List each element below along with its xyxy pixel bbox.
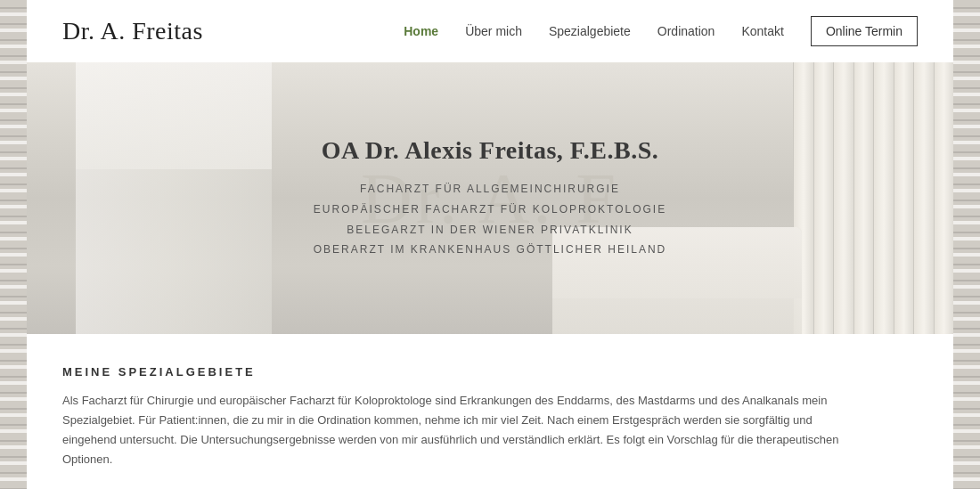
nav-item-home[interactable]: Home (404, 24, 438, 38)
hero-subtitle-line-1: FACHARZT FÜR ALLGEMEINCHIRURGIE (314, 179, 667, 200)
right-border (953, 0, 980, 489)
section-title: MEINE SPEZIALGEBIETE (62, 365, 918, 379)
header: Dr. A. Freitas Home Über mich Spezialgeb… (27, 0, 953, 62)
hero-subtitle-line-3: BELEGARZT IN DER WIENER PRIVATKLINIK (314, 220, 667, 240)
hero-doctor-name: OA Dr. Alexis Freitas, F.E.B.S. (314, 136, 667, 165)
blind-slat (853, 62, 874, 334)
hero-subtitle-line-4: OBERARZT IM KRANKENHAUS GÖTTLICHER HEILA… (314, 240, 667, 260)
nav-item-kontakt[interactable]: Kontakt (741, 24, 783, 38)
blind-slat (833, 62, 853, 334)
hero-blinds (793, 62, 953, 334)
blind-slat (913, 62, 934, 334)
content-section: MEINE SPEZIALGEBIETE Als Facharzt für Ch… (27, 334, 953, 489)
nav-item-spezialgebiete[interactable]: Spezialgebiete (549, 24, 631, 38)
site-title: Dr. A. Freitas (62, 17, 203, 45)
nav-item-uber-mich[interactable]: Über mich (465, 24, 522, 38)
blind-slat (873, 62, 894, 334)
left-border (0, 0, 27, 489)
hero-content: OA Dr. Alexis Freitas, F.E.B.S. FACHARZT… (296, 118, 685, 278)
page-wrapper: Dr. A. Freitas Home Über mich Spezialgeb… (27, 0, 953, 489)
online-termin-button[interactable]: Online Termin (811, 16, 918, 46)
nav-item-ordination[interactable]: Ordination (657, 24, 715, 38)
hero-cabinet-top-element (76, 62, 272, 169)
hero-section: Dr. A. F OA Dr. Alexis Freitas, F.E.B.S.… (27, 62, 953, 334)
hero-subtitle: FACHARZT FÜR ALLGEMEINCHIRURGIE EUROPÄIS… (314, 179, 667, 260)
section-text: Als Facharzt für Chirurgie und europäisc… (62, 391, 864, 469)
hero-subtitle-line-2: EUROPÄISCHER FACHARZT FÜR KOLOPROKTOLOGI… (314, 200, 667, 220)
blind-slat (934, 62, 954, 334)
navigation: Home Über mich Spezialgebiete Ordination… (404, 16, 918, 46)
blind-slat (813, 62, 834, 334)
blind-slat (894, 62, 914, 334)
